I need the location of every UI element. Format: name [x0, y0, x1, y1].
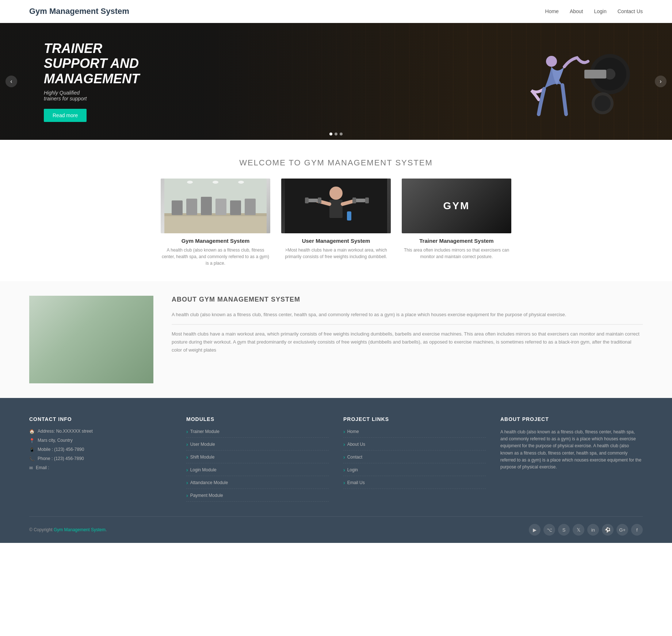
footer-module-user[interactable]: User Module — [186, 441, 329, 451]
footer-project-links-title: PROJECT LINKS — [343, 416, 486, 422]
svg-rect-46 — [79, 325, 89, 328]
footer-email: ✉ Email : — [29, 465, 172, 471]
svg-point-18 — [238, 181, 244, 184]
welcome-section: WELCOME TO GYM MANAGEMENT SYSTEM — [0, 140, 672, 281]
card-user-text: >Most health clubs have a main workout a… — [281, 247, 391, 260]
hero-title-line3: MANAGEMENT — [44, 71, 140, 86]
footer-link-email[interactable]: Email Us — [343, 480, 486, 489]
svg-rect-44 — [88, 326, 97, 330]
svg-rect-30 — [347, 211, 351, 221]
about-image — [29, 296, 153, 383]
feature-cards: Gym Management System A health club (als… — [29, 179, 643, 267]
footer-module-login[interactable]: Login Module — [186, 467, 329, 476]
hero-image — [497, 30, 635, 140]
card-gym-text: A health club (also known as a fitness c… — [161, 247, 270, 267]
footer: CONTACT INFO 🏠 Address: No.XXXXXX street… — [0, 398, 672, 543]
social-google-plus[interactable]: G+ — [616, 524, 628, 536]
hero-dot-1[interactable] — [329, 133, 332, 135]
location-icon: 📍 — [29, 438, 35, 443]
hero-subtitle-line1: Highly Qualified — [44, 90, 140, 96]
svg-rect-34 — [58, 325, 73, 347]
nav-login[interactable]: Login — [594, 8, 606, 14]
svg-rect-10 — [172, 200, 183, 215]
footer-link-contact[interactable]: Contact — [343, 454, 486, 463]
svg-point-5 — [595, 95, 611, 111]
home-icon: 🏠 — [29, 429, 35, 434]
svg-rect-29 — [365, 198, 369, 203]
footer-module-payment[interactable]: Payment Module — [186, 493, 329, 502]
svg-rect-52 — [99, 348, 105, 373]
footer-project-links: PROJECT LINKS Home About Us Contact Logi… — [343, 416, 486, 505]
footer-contact: CONTACT INFO 🏠 Address: No.XXXXXX street… — [29, 416, 172, 505]
hero-dot-2[interactable] — [335, 133, 337, 135]
hero-read-more-button[interactable]: Read more — [44, 109, 87, 122]
svg-rect-37 — [60, 347, 66, 369]
svg-rect-31 — [29, 296, 153, 383]
card-user: User Management System >Most health club… — [281, 179, 391, 267]
logo: Gym Management System — [29, 7, 129, 16]
footer-link-login[interactable]: Login — [343, 467, 486, 476]
footer-modules-title: MODULES — [186, 416, 329, 422]
svg-rect-45 — [115, 326, 124, 330]
footer-module-shift[interactable]: Shift Module — [186, 454, 329, 463]
hero-subtitle: Highly Qualified trainers for support — [44, 90, 140, 101]
footer-link-about[interactable]: About Us — [343, 441, 486, 451]
social-youtube[interactable]: ▶ — [529, 524, 541, 536]
svg-point-17 — [213, 181, 218, 184]
footer-project-links-list: Home About Us Contact Login Email Us — [343, 429, 486, 489]
card-trainer-image: GYM — [402, 179, 511, 233]
svg-rect-8 — [164, 215, 267, 233]
svg-rect-39 — [44, 326, 51, 329]
hero-prev-button[interactable]: ‹ — [5, 76, 17, 87]
footer-link-home[interactable]: Home — [343, 429, 486, 438]
header: Gym Management System Home About Login C… — [0, 0, 672, 23]
social-skype[interactable]: S — [558, 524, 570, 536]
social-facebook[interactable]: f — [631, 524, 643, 536]
footer-mobile: 📱 Mobile : (123) 456-7890 — [29, 447, 172, 452]
footer-contact-title: CONTACT INFO — [29, 416, 172, 422]
footer-city: 📍 Mars city, Country — [29, 438, 172, 443]
svg-point-20 — [329, 187, 343, 200]
about-section: ABOUT GYM MANAGEMENT SYSTEM A health clu… — [0, 281, 672, 398]
svg-point-33 — [58, 310, 73, 325]
svg-rect-50 — [121, 323, 123, 329]
footer-about-title: ABOUT PROJECT — [500, 416, 643, 422]
svg-rect-21 — [329, 200, 343, 218]
hero-dots — [329, 133, 343, 135]
footer-modules-links: Trainer Module User Module Shift Module … — [186, 429, 329, 502]
card-gym-title: Gym Management System — [161, 238, 270, 244]
hero-title-line2: SUPPORT AND — [44, 56, 140, 71]
footer-address: 🏠 Address: No.XXXXXX street — [29, 429, 172, 434]
footer-grid: CONTACT INFO 🏠 Address: No.XXXXXX street… — [29, 416, 643, 505]
svg-rect-47 — [77, 323, 80, 329]
social-linkedin[interactable]: in — [587, 524, 599, 536]
footer-phone: 📞 Phone : (123) 456-7890 — [29, 456, 172, 461]
social-dribbble[interactable]: ⚽ — [602, 524, 614, 536]
svg-rect-36 — [72, 327, 80, 331]
nav-about[interactable]: About — [570, 8, 583, 14]
svg-rect-49 — [122, 325, 133, 328]
footer-copyright-link[interactable]: Gym Management System — [54, 527, 106, 532]
svg-rect-12 — [201, 197, 212, 215]
nav-contact[interactable]: Contact Us — [618, 8, 643, 14]
footer-copyright: © Copyright Gym Management System. — [29, 527, 107, 532]
social-twitter[interactable]: 𝕏 — [573, 524, 584, 536]
footer-module-attendance[interactable]: Attandance Module — [186, 480, 329, 489]
about-content: ABOUT GYM MANAGEMENT SYSTEM A health clu… — [172, 296, 643, 360]
svg-rect-14 — [230, 200, 241, 215]
social-icons: ▶ ⌥ S 𝕏 in ⚽ G+ f — [529, 524, 643, 536]
social-github[interactable]: ⌥ — [543, 524, 555, 536]
svg-rect-51 — [133, 323, 136, 329]
svg-rect-41 — [51, 325, 54, 330]
svg-rect-26 — [318, 198, 321, 203]
card-gym-image — [161, 179, 270, 233]
footer-module-trainer[interactable]: Trainer Module — [186, 429, 329, 438]
hero-next-button[interactable]: › — [655, 76, 667, 87]
svg-rect-43 — [97, 324, 115, 348]
nav-home[interactable]: Home — [545, 8, 559, 14]
hero-content: TRAINER SUPPORT AND MANAGEMENT Highly Qu… — [0, 41, 140, 122]
card-trainer-text: This area often includes mirrors so that… — [402, 247, 511, 260]
card-trainer: GYM Trainer Management System This area … — [402, 179, 511, 267]
svg-rect-28 — [352, 198, 356, 203]
hero-dot-3[interactable] — [340, 133, 343, 135]
